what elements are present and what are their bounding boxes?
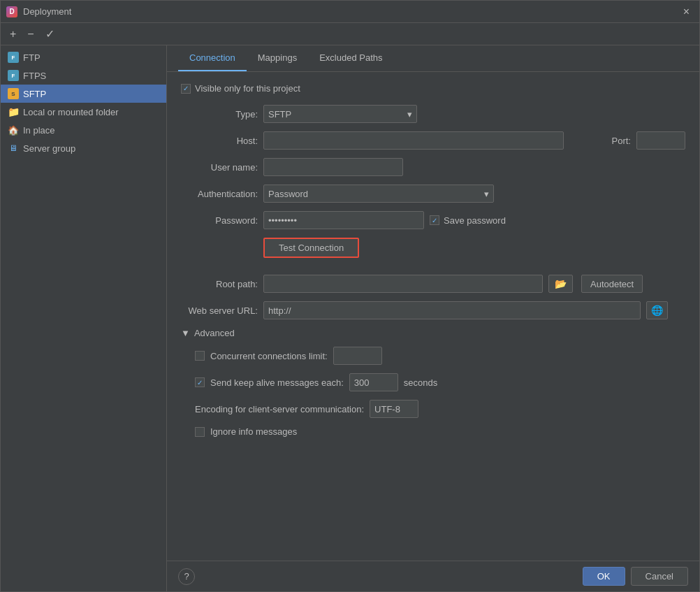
host-row: Host: Port: bbox=[181, 131, 685, 150]
sidebar-item-label: FTP bbox=[23, 52, 41, 63]
port-input[interactable] bbox=[636, 131, 685, 150]
rootpath-label: Root path: bbox=[181, 279, 258, 289]
tab-bar: Connection Mappings Excluded Paths bbox=[167, 45, 699, 72]
visible-checkbox-row: Visible only for this project bbox=[181, 83, 685, 94]
weburl-label: Web server URL: bbox=[181, 305, 258, 316]
auth-row: Authentication: Password ▾ bbox=[181, 185, 685, 203]
username-row: User name: bbox=[181, 158, 685, 176]
sidebar-item-label: In place bbox=[23, 125, 55, 136]
connection-panel: Visible only for this project Type: SFTP… bbox=[167, 72, 699, 561]
globe-button[interactable]: 🌐 bbox=[646, 301, 668, 319]
concurrent-input[interactable] bbox=[333, 347, 382, 365]
test-connection-button[interactable]: Test Connection bbox=[263, 238, 359, 258]
auth-dropdown-arrow-icon: ▾ bbox=[484, 189, 489, 199]
keepalive-row: Send keep alive messages each: seconds bbox=[195, 373, 685, 391]
rootpath-row: Root path: 📂 Autodetect bbox=[181, 275, 685, 293]
advanced-content: Concurrent connections limit: Send keep … bbox=[181, 347, 685, 437]
rootpath-input[interactable] bbox=[263, 275, 543, 293]
toolbar: + − ✓ bbox=[1, 23, 699, 45]
concurrent-label: Concurrent connections limit: bbox=[210, 351, 328, 361]
sidebar-item-ftp[interactable]: F FTP bbox=[1, 48, 166, 66]
username-input[interactable] bbox=[263, 158, 403, 176]
auth-label: Authentication: bbox=[181, 189, 258, 199]
encoding-label: Encoding for client-server communication… bbox=[195, 404, 364, 414]
dialog-title: Deployment bbox=[23, 6, 673, 17]
sidebar-item-label: SFTP bbox=[23, 89, 46, 99]
save-password-checkbox[interactable] bbox=[430, 215, 439, 225]
seconds-label: seconds bbox=[404, 377, 437, 388]
add-button[interactable]: + bbox=[6, 27, 20, 42]
visible-label: Visible only for this project bbox=[195, 83, 300, 94]
autodetect-button[interactable]: Autodetect bbox=[581, 275, 643, 293]
main-panel: Connection Mappings Excluded Paths Visib… bbox=[167, 45, 699, 591]
concurrent-row: Concurrent connections limit: bbox=[195, 347, 685, 365]
port-label: Port: bbox=[612, 136, 631, 146]
auth-value: Password bbox=[268, 189, 308, 199]
encoding-row: Encoding for client-server communication… bbox=[195, 400, 685, 418]
dropdown-arrow-icon: ▾ bbox=[407, 109, 412, 120]
sftp-icon: S bbox=[8, 88, 19, 99]
close-button[interactable]: × bbox=[679, 4, 694, 20]
sidebar: F FTP F FTPS S SFTP 📁 Local or mounted f… bbox=[1, 45, 167, 591]
sidebar-item-label: FTPS bbox=[23, 71, 46, 81]
advanced-section: ▼ Advanced Concurrent connections limit: bbox=[181, 328, 685, 437]
advanced-label: Advanced bbox=[194, 328, 235, 338]
ignore-checkbox[interactable] bbox=[195, 427, 205, 437]
ftps-icon: F bbox=[8, 70, 19, 81]
ok-button[interactable]: OK bbox=[583, 567, 625, 586]
house-icon: 🏠 bbox=[8, 124, 19, 136]
sidebar-item-local[interactable]: 📁 Local or mounted folder bbox=[1, 103, 166, 121]
footer: ? OK Cancel bbox=[167, 561, 699, 591]
tab-mappings[interactable]: Mappings bbox=[247, 45, 308, 71]
username-label: User name: bbox=[181, 162, 258, 173]
sidebar-item-sftp[interactable]: S SFTP bbox=[1, 85, 166, 103]
sidebar-item-servergroup[interactable]: 🖥 Server group bbox=[1, 139, 166, 157]
keepalive-label: Send keep alive messages each: bbox=[210, 377, 344, 388]
main-content: F FTP F FTPS S SFTP 📁 Local or mounted f… bbox=[1, 45, 699, 591]
visible-checkbox[interactable] bbox=[181, 84, 191, 94]
advanced-toggle[interactable]: ▼ Advanced bbox=[181, 328, 685, 338]
tab-excluded-paths[interactable]: Excluded Paths bbox=[308, 45, 393, 71]
auth-dropdown[interactable]: Password ▾ bbox=[263, 185, 494, 203]
ignore-row: Ignore info messages bbox=[195, 426, 685, 437]
deployment-dialog: D Deployment × + − ✓ F FTP F FTPS S SFTP… bbox=[0, 0, 700, 592]
app-icon: D bbox=[6, 6, 17, 17]
ftp-icon: F bbox=[8, 52, 19, 63]
sidebar-item-label: Server group bbox=[23, 143, 75, 154]
host-label: Host: bbox=[181, 136, 258, 146]
sidebar-item-inplace[interactable]: 🏠 In place bbox=[1, 121, 166, 139]
type-dropdown[interactable]: SFTP ▾ bbox=[263, 105, 417, 123]
keepalive-checkbox[interactable] bbox=[195, 377, 205, 387]
save-password-label: Save password bbox=[444, 215, 506, 226]
confirm-button[interactable]: ✓ bbox=[42, 26, 58, 42]
server-icon: 🖥 bbox=[8, 143, 19, 154]
sidebar-item-label: Local or mounted folder bbox=[23, 107, 119, 117]
keepalive-input[interactable] bbox=[349, 373, 398, 391]
ignore-label: Ignore info messages bbox=[210, 426, 297, 437]
save-password-row: Save password bbox=[430, 215, 506, 226]
password-label: Password: bbox=[181, 215, 258, 226]
weburl-input[interactable] bbox=[263, 301, 641, 319]
tab-connection[interactable]: Connection bbox=[178, 45, 247, 71]
help-button[interactable]: ? bbox=[178, 568, 195, 585]
type-row: Type: SFTP ▾ bbox=[181, 105, 685, 123]
advanced-collapse-icon: ▼ bbox=[181, 328, 190, 338]
type-value: SFTP bbox=[268, 109, 291, 120]
password-row: Password: Save password bbox=[181, 211, 685, 229]
type-label: Type: bbox=[181, 109, 258, 120]
remove-button[interactable]: − bbox=[24, 27, 37, 42]
host-input[interactable] bbox=[263, 131, 564, 150]
password-input[interactable] bbox=[263, 211, 424, 229]
test-conn-row: Test Connection bbox=[181, 238, 685, 266]
folder-icon: 📁 bbox=[8, 106, 19, 117]
cancel-button[interactable]: Cancel bbox=[631, 567, 688, 586]
title-bar: D Deployment × bbox=[1, 1, 699, 23]
concurrent-checkbox[interactable] bbox=[195, 351, 205, 361]
weburl-row: Web server URL: 🌐 bbox=[181, 301, 685, 319]
sidebar-item-ftps[interactable]: F FTPS bbox=[1, 66, 166, 85]
encoding-input[interactable] bbox=[370, 400, 418, 418]
browse-folder-button[interactable]: 📂 bbox=[548, 275, 573, 293]
